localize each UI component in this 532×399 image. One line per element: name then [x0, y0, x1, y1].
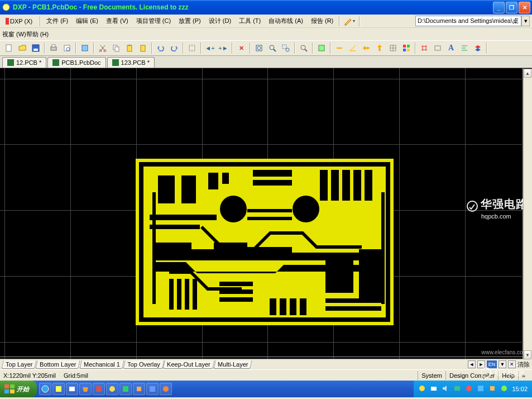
svg-point-18 [257, 46, 261, 50]
tray-icon[interactable] [430, 384, 439, 393]
window-maximize-button[interactable]: ❐ [506, 2, 517, 13]
quicklaunch-item[interactable] [119, 383, 132, 395]
undo-button[interactable] [155, 42, 167, 54]
tray-icon[interactable] [453, 384, 462, 393]
svg-rect-28 [364, 46, 366, 50]
cut-button[interactable] [97, 42, 109, 54]
layer-tab-bottom[interactable]: Bottom Layer [36, 360, 81, 369]
menu-report[interactable]: 报告 (R) [307, 15, 337, 27]
browse-button[interactable] [315, 42, 328, 54]
svg-rect-60 [342, 170, 350, 201]
dxp-menu-button[interactable]: DXP (X) [2, 17, 36, 26]
menu-help[interactable]: 帮助 (H) [26, 30, 49, 39]
move-right-button[interactable]: +► [217, 42, 229, 54]
status-panel-system[interactable]: System [418, 371, 445, 380]
new-doc-button[interactable] [3, 42, 15, 54]
zoom-fit-button[interactable] [253, 42, 265, 54]
text-button[interactable]: A [445, 42, 457, 54]
quicklaunch-item[interactable] [93, 383, 105, 395]
menu-file[interactable]: 文件 (F) [42, 15, 72, 27]
watermark-brand: 华强电路 [481, 198, 528, 210]
menu-autoroute[interactable]: 自动布线 (A) [265, 15, 307, 27]
pcb-canvas[interactable]: 华强电路 hqpcb.com www.elecfans.com [0, 68, 532, 359]
quicklaunch-item[interactable] [66, 383, 78, 395]
layer-tab-multi[interactable]: Multi-Layer [213, 360, 252, 369]
clipboard-button[interactable] [137, 42, 149, 54]
layer-colors-button[interactable] [400, 42, 413, 54]
align-v-button[interactable] [373, 42, 386, 54]
menu-design[interactable]: 设计 (D) [205, 15, 235, 27]
zoom-button[interactable] [266, 42, 279, 54]
select-rect-button[interactable] [186, 42, 198, 54]
window-close-button[interactable]: ✕ [519, 2, 530, 13]
preview-button[interactable] [61, 42, 73, 54]
svg-rect-77 [359, 259, 381, 298]
svg-rect-92 [69, 387, 75, 391]
layers-button[interactable] [472, 42, 484, 54]
layer-tab-top[interactable]: Top Layer [1, 360, 37, 369]
menu-window[interactable]: 视窗 (W) [2, 30, 26, 39]
window-minimize-button[interactable]: _ [493, 2, 505, 13]
pcb-doc-icon [112, 59, 119, 66]
svg-rect-41 [435, 46, 440, 50]
align-h-button[interactable] [360, 42, 372, 54]
layer-tab-mechanical[interactable]: Mechanical 1 [79, 360, 124, 369]
taskbar-clock[interactable]: 15:02 [512, 386, 528, 392]
doc-tab[interactable]: 123.PCB * [107, 57, 155, 68]
tray-icon[interactable] [465, 384, 474, 393]
svg-rect-33 [403, 45, 406, 48]
measure-button[interactable] [333, 42, 346, 54]
tray-icon[interactable] [500, 384, 509, 393]
layer-tab-overlay[interactable]: Top Overlay [123, 360, 164, 369]
find-button[interactable] [298, 42, 310, 54]
doc-tab[interactable]: PCB1.PcbDoc [47, 57, 106, 68]
quicklaunch-item[interactable] [106, 383, 118, 395]
open-button[interactable] [16, 42, 28, 54]
svg-rect-97 [150, 386, 155, 392]
select-button[interactable] [418, 42, 430, 54]
scroll-up-button[interactable]: ▲ [524, 69, 531, 78]
tray-icon[interactable] [488, 384, 497, 393]
quicklaunch-item[interactable] [39, 383, 51, 395]
path-dropdown-button[interactable]: ▾ [521, 16, 530, 26]
toolbar-separator [93, 42, 94, 54]
svg-point-23 [301, 45, 305, 50]
svg-rect-62 [365, 170, 372, 201]
vertical-scrollbar[interactable]: ▲ ▼ [523, 69, 532, 359]
pencil-tool-button[interactable]: ▾ [343, 16, 356, 27]
layer-tab-keepout[interactable]: Keep-Out Layer [163, 360, 215, 369]
menu-project[interactable]: 项目管理 (C) [132, 15, 175, 27]
save-button[interactable] [30, 42, 42, 54]
menu-place[interactable]: 放置 (P) [175, 15, 205, 27]
zoom-select-button[interactable] [280, 42, 292, 54]
copy-button[interactable] [110, 42, 122, 54]
rect-button[interactable] [432, 42, 444, 54]
paste-button[interactable] [123, 42, 136, 54]
align-button[interactable] [458, 42, 471, 54]
cancel-button[interactable]: ✕ [235, 42, 247, 54]
quicklaunch-item[interactable] [79, 383, 92, 395]
tray-volume-icon[interactable] [442, 384, 450, 393]
menu-edit[interactable]: 编辑 (E) [72, 15, 102, 27]
move-left-button[interactable]: ◄+ [204, 42, 216, 54]
start-button[interactable]: 开始 [0, 381, 37, 397]
path-input[interactable] [415, 16, 521, 26]
tray-icon[interactable] [418, 384, 427, 393]
layer-nav-prev[interactable]: ◄ [468, 360, 476, 368]
scroll-down-button[interactable]: ▼ [524, 350, 531, 359]
svg-rect-14 [128, 45, 131, 46]
quicklaunch-item[interactable] [160, 383, 172, 395]
quicklaunch-item[interactable] [52, 383, 65, 395]
redo-button[interactable] [168, 42, 180, 54]
tray-icon[interactable] [477, 384, 486, 393]
menu-tools[interactable]: 工具 (T) [235, 15, 265, 27]
print-button[interactable] [47, 42, 60, 54]
angle-button[interactable] [347, 42, 359, 54]
menu-view[interactable]: 查看 (V) [102, 15, 132, 27]
project-button[interactable] [79, 42, 91, 54]
grid-button[interactable] [387, 42, 399, 54]
doc-tab[interactable]: 12.PCB * [2, 57, 46, 68]
quicklaunch-item[interactable] [133, 383, 145, 395]
svg-rect-49 [386, 162, 390, 322]
quicklaunch-item[interactable] [146, 383, 159, 395]
